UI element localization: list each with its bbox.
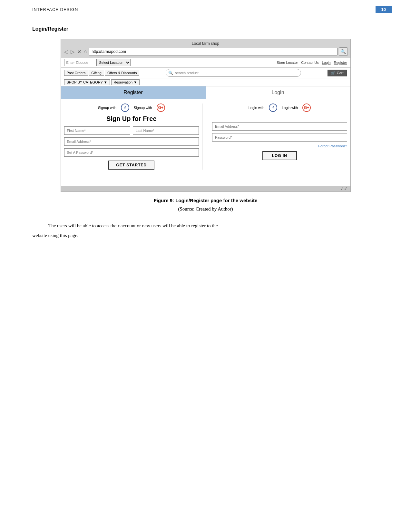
secondary-nav-bar: SHOP BY CATEGORY ▼ Reservation ▼: [61, 78, 350, 86]
left-nav-links: Past Orders Gifting Offers & Discounts: [64, 70, 140, 76]
reservation-btn[interactable]: Reservation ▼: [111, 79, 140, 85]
zipcode-input[interactable]: [64, 59, 96, 66]
auth-forms: Signup with f Signup with G+ Sign Up for…: [61, 99, 350, 176]
store-locator-link[interactable]: Store Locator: [277, 61, 298, 64]
name-row: [64, 126, 199, 135]
body-paragraph-1: The users will be able to access their a…: [32, 221, 379, 231]
shop-category-dropdown-icon: ▼: [104, 80, 107, 84]
magnifier-icon: 🔍: [340, 49, 346, 54]
google-signup-icon[interactable]: G+: [157, 103, 165, 112]
top-right-links: Store Locator Contact Us Login Register: [277, 61, 347, 64]
login-password-row: [212, 133, 347, 142]
contact-us-link[interactable]: Contact Us: [301, 61, 318, 64]
auth-tabs: Register Login: [61, 86, 350, 99]
shop-category-btn[interactable]: SHOP BY CATEGORY ▼: [64, 79, 110, 85]
password-row: [64, 148, 199, 157]
login-link[interactable]: Login: [322, 61, 331, 64]
search-nav-bar: Past Orders Gifting Offers & Discounts 🔍…: [61, 68, 350, 78]
figure-caption: Figure 9: Login/Register page for the we…: [32, 198, 379, 203]
browser-search-btn[interactable]: 🔍: [339, 47, 348, 56]
figure-source: (Source: Created by Author): [32, 206, 379, 212]
register-password-input[interactable]: [64, 148, 199, 157]
login-email-input[interactable]: [212, 122, 347, 131]
top-left-controls: Select Location: [64, 59, 131, 66]
social-login-row: Login with f Login with G+: [212, 103, 347, 112]
register-tab[interactable]: Register: [61, 86, 206, 99]
facebook-signup-icon[interactable]: f: [121, 103, 129, 112]
forgot-password-link[interactable]: Forgot Password?: [212, 144, 347, 148]
facebook-login-icon[interactable]: f: [269, 103, 277, 112]
google-login-icon[interactable]: G+: [302, 103, 311, 112]
website-content: Select Location Store Locator Contact Us…: [61, 58, 350, 186]
search-icon: 🔍: [168, 71, 173, 75]
gifting-btn[interactable]: Gifting: [89, 70, 104, 76]
last-name-input[interactable]: [133, 126, 199, 135]
browser-footer-icon: ✓✓: [340, 186, 348, 192]
page-header: INTERFACE DESIGN 10: [0, 0, 411, 16]
browser-back-btn[interactable]: ◁: [64, 49, 69, 55]
past-orders-btn[interactable]: Past Orders: [64, 70, 88, 76]
register-heading: Sign Up for Free: [64, 115, 199, 123]
browser-site-title: Local farm shop: [64, 41, 348, 46]
location-select[interactable]: Select Location: [96, 59, 131, 66]
email-row: [64, 137, 199, 146]
browser-address-bar[interactable]: [89, 48, 337, 55]
first-name-input[interactable]: [64, 126, 130, 135]
browser-toolbar: ◁ ▷ ✕ ⌂ 🔍: [64, 47, 348, 56]
register-link[interactable]: Register: [334, 61, 347, 64]
section-heading: Login/Register: [32, 26, 379, 32]
get-started-button[interactable]: GET STARTED: [108, 161, 154, 170]
body-paragraph-2: website using this page.: [32, 231, 379, 240]
cart-icon: 🛒: [331, 71, 336, 75]
register-email-input[interactable]: [64, 137, 199, 146]
log-in-button[interactable]: LOG IN: [262, 151, 297, 160]
social-signup-row: Signup with f Signup with G+: [64, 103, 199, 112]
register-section: Signup with f Signup with G+ Sign Up for…: [64, 103, 203, 170]
browser-chrome: Local farm shop ◁ ▷ ✕ ⌂ 🔍: [61, 39, 350, 58]
search-bar-wrapper: 🔍: [166, 69, 301, 77]
spacer: [61, 176, 350, 186]
page-number: 10: [376, 6, 392, 13]
login-tab[interactable]: Login: [206, 86, 350, 99]
document-content: Login/Register Local farm shop ◁ ▷ ✕ ⌂ 🔍: [0, 16, 411, 253]
top-utility-bar: Select Location Store Locator Contact Us…: [61, 58, 350, 68]
login-password-input[interactable]: [212, 133, 347, 142]
offers-discounts-btn[interactable]: Offers & Discounts: [105, 70, 140, 76]
reservation-dropdown-icon: ▼: [133, 80, 137, 84]
browser-mockup: Local farm shop ◁ ▷ ✕ ⌂ 🔍 Select Locatio…: [61, 39, 351, 192]
browser-close-btn[interactable]: ✕: [76, 49, 82, 55]
browser-home-btn[interactable]: ⌂: [83, 49, 88, 54]
login-section: Login with f Login with G+ Forgot Passwo…: [209, 103, 347, 170]
cart-button[interactable]: 🛒 Cart: [328, 70, 347, 76]
browser-footer: ✓✓: [61, 186, 350, 192]
search-input[interactable]: [166, 69, 301, 77]
login-email-row: [212, 122, 347, 131]
browser-forward-btn[interactable]: ▷: [70, 49, 75, 55]
document-title: INTERFACE DESIGN: [32, 7, 78, 12]
